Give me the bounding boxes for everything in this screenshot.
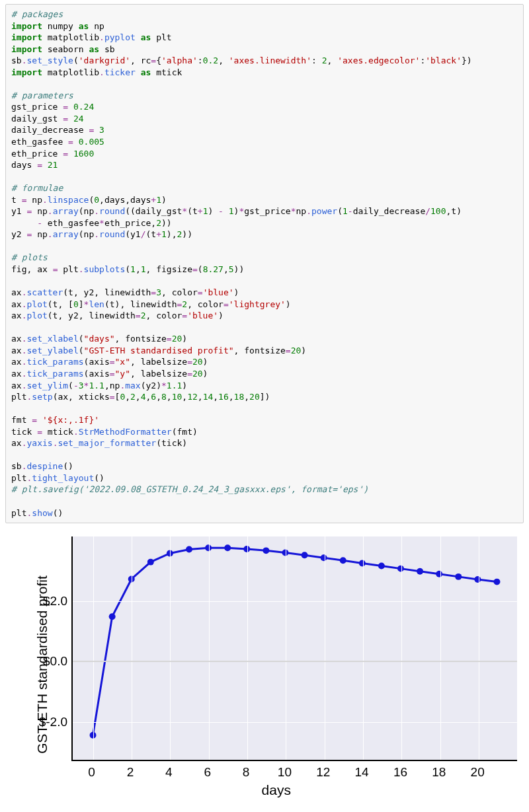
x-tick-label: 10 bbox=[278, 765, 292, 780]
y-tick-label: $0.0 bbox=[8, 654, 67, 669]
svg-point-21 bbox=[493, 579, 500, 585]
svg-point-16 bbox=[397, 566, 404, 572]
svg-point-9 bbox=[263, 547, 269, 554]
svg-point-7 bbox=[224, 544, 231, 551]
svg-point-17 bbox=[417, 568, 423, 575]
svg-point-14 bbox=[359, 560, 366, 567]
svg-point-19 bbox=[455, 573, 462, 580]
x-tick-label: 2 bbox=[127, 765, 134, 780]
x-tick-label: 12 bbox=[316, 765, 330, 780]
svg-point-15 bbox=[378, 563, 385, 570]
x-tick-label: 14 bbox=[355, 765, 369, 780]
svg-point-18 bbox=[436, 571, 442, 577]
x-tick-label: 20 bbox=[471, 765, 485, 780]
comment: # packages bbox=[11, 9, 63, 19]
x-tick-label: 16 bbox=[393, 765, 407, 780]
svg-point-11 bbox=[302, 552, 308, 558]
x-axis-label: days bbox=[262, 782, 291, 798]
y-tick-label: $-2.0 bbox=[8, 715, 67, 729]
x-tick-label: 0 bbox=[88, 765, 95, 780]
svg-point-20 bbox=[474, 576, 481, 583]
y-tick-label: $2.0 bbox=[8, 594, 67, 609]
svg-point-1 bbox=[109, 613, 116, 620]
code-cell: # packages import numpy as np import mat… bbox=[5, 4, 524, 523]
svg-point-3 bbox=[147, 559, 154, 566]
svg-point-5 bbox=[186, 546, 192, 553]
chart-output: GST-ETH standardised profit days 0246810… bbox=[5, 529, 524, 801]
chart-svg bbox=[73, 536, 517, 760]
x-tick-label: 6 bbox=[204, 765, 211, 780]
svg-point-12 bbox=[321, 554, 327, 561]
x-tick-label: 4 bbox=[165, 765, 173, 780]
plot-area bbox=[71, 536, 517, 761]
x-tick-label: 8 bbox=[243, 765, 250, 780]
x-tick-label: 18 bbox=[432, 765, 446, 780]
svg-point-13 bbox=[340, 557, 346, 564]
